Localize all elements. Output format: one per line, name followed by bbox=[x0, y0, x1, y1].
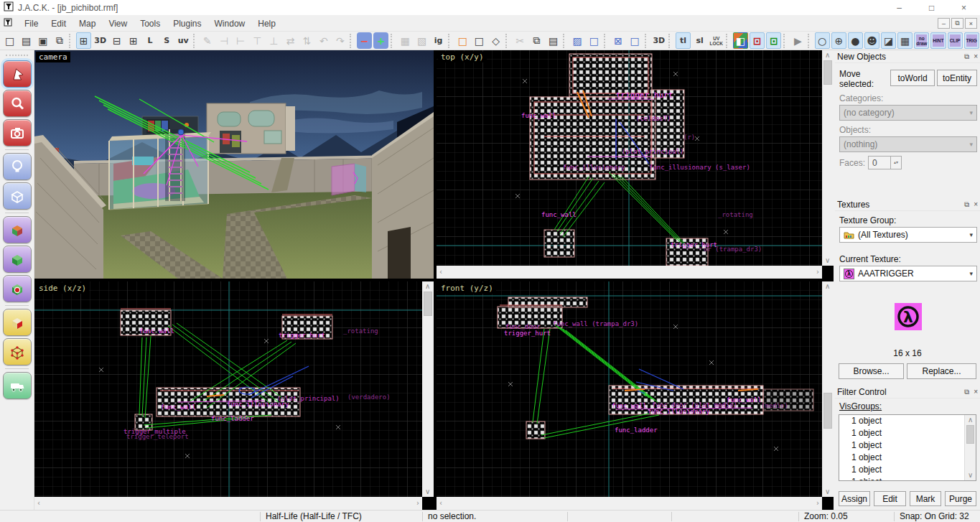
maximize-icon[interactable]: □ bbox=[915, 0, 948, 16]
hollow-icon[interactable]: □ bbox=[455, 32, 470, 49]
float-panel-icon[interactable]: ⧉ bbox=[964, 388, 969, 396]
align-right-icon[interactable]: ⊢ bbox=[233, 32, 248, 49]
edit-button[interactable]: Edit bbox=[874, 491, 906, 506]
top-horizontal-scrollbar[interactable]: ‹ › bbox=[437, 266, 822, 279]
path-tool-button[interactable] bbox=[3, 372, 32, 399]
viewport-side[interactable]: func_wall trigger_hurt _rotating func_wa… bbox=[34, 281, 422, 497]
close-panel-icon[interactable]: × bbox=[974, 388, 978, 396]
viewport-camera[interactable]: camera bbox=[34, 50, 434, 279]
save-window-state-icon[interactable]: S bbox=[159, 32, 174, 49]
current-texture-dropdown[interactable]: λ AAATRIGGER ▾ bbox=[839, 266, 977, 281]
select-box-icon[interactable]: □ bbox=[627, 32, 643, 49]
cordon-edit-icon[interactable]: □ bbox=[587, 32, 602, 49]
apply-current-texture-tool-button[interactable] bbox=[3, 246, 32, 273]
carve-icon[interactable]: ✎ bbox=[200, 32, 215, 49]
purge-button[interactable]: Purge bbox=[945, 491, 976, 506]
mdi-minimize-icon[interactable]: – bbox=[938, 18, 950, 29]
replace-button[interactable]: Replace... bbox=[907, 363, 976, 379]
float-panel-icon[interactable]: ⧉ bbox=[964, 200, 969, 209]
menu-help[interactable]: Help bbox=[251, 17, 282, 31]
solid-cube-icon[interactable]: ◇ bbox=[488, 32, 503, 49]
front-horizontal-scrollbar[interactable]: ‹ › bbox=[437, 497, 822, 510]
show-spheres-icon[interactable]: ○ bbox=[815, 32, 830, 49]
zoom-tool-button[interactable] bbox=[3, 90, 32, 117]
show-trig-icon[interactable]: TRIG bbox=[964, 32, 979, 49]
cut-icon[interactable]: ✂ bbox=[513, 32, 528, 49]
texture-lock-icon[interactable]: tl bbox=[676, 32, 691, 49]
menu-file[interactable]: File bbox=[18, 17, 45, 31]
camera-tool-button[interactable] bbox=[3, 119, 32, 146]
open-file-icon[interactable]: ▤ bbox=[19, 32, 34, 49]
uv-lock-icon[interactable]: UV LOCK bbox=[709, 32, 724, 49]
show-animations-icon[interactable]: ▦ bbox=[897, 32, 913, 49]
close-icon[interactable]: × bbox=[948, 0, 980, 16]
visgroup-item[interactable]: 1 object bbox=[839, 427, 976, 439]
visgroup-item[interactable]: 1 object bbox=[839, 415, 976, 427]
visgroup-item[interactable]: 1 object bbox=[839, 476, 976, 481]
select-group-icon[interactable]: ⊠ bbox=[610, 32, 625, 49]
close-panel-icon[interactable]: × bbox=[974, 52, 978, 61]
pointer-3d-icon[interactable]: 3D bbox=[651, 32, 666, 49]
categories-dropdown[interactable]: (no category) ▾ bbox=[839, 105, 977, 121]
vertex-mode-icon[interactable]: ⊡ bbox=[750, 32, 765, 49]
larger-grid-icon[interactable]: ⊞ bbox=[126, 32, 141, 49]
menu-window[interactable]: Window bbox=[208, 17, 252, 31]
menu-plugins[interactable]: Plugins bbox=[167, 17, 207, 31]
show-sprites-icon[interactable]: ◪ bbox=[881, 32, 896, 49]
face-mode-icon[interactable]: ⊡ bbox=[766, 32, 781, 49]
save-all-icon[interactable]: ⧉ bbox=[52, 32, 67, 49]
visgroup-item[interactable]: 1 object bbox=[839, 452, 976, 464]
spinner-arrows-icon[interactable]: ▴▾ bbox=[891, 156, 902, 169]
selection-tool-button[interactable] bbox=[3, 60, 32, 88]
smaller-grid-icon[interactable]: ⊟ bbox=[109, 32, 124, 49]
visgroups-scrollbar[interactable]: ∧ ∨ bbox=[964, 415, 976, 480]
cordon-icon[interactable]: ▨ bbox=[570, 32, 585, 49]
rotate-ccw-icon[interactable]: ↶ bbox=[316, 32, 331, 49]
side-vertical-scrollbar[interactable]: ∧ ∨ bbox=[422, 281, 434, 497]
grid-3d-icon[interactable]: 3D bbox=[93, 32, 108, 49]
flip-horizontal-icon[interactable]: ⇄ bbox=[283, 32, 298, 49]
show-angles-icon[interactable]: ⊕ bbox=[831, 32, 846, 49]
show-point-entities-icon[interactable]: ● bbox=[848, 32, 863, 49]
uv-grid-icon[interactable]: uv bbox=[176, 32, 191, 49]
carve-subtract-icon[interactable]: − bbox=[357, 32, 372, 49]
to-world-button[interactable]: toWorld bbox=[890, 70, 935, 86]
visgroup-item[interactable]: 1 object bbox=[839, 439, 976, 452]
viewport-front[interactable]: func_door trigger_hurt func_wall (trampa… bbox=[437, 281, 822, 497]
float-panel-icon[interactable]: ⧉ bbox=[964, 52, 969, 61]
visgroup-item[interactable]: 1 object bbox=[839, 464, 976, 476]
apply-decals-tool-button[interactable] bbox=[3, 275, 32, 302]
ungroup-icon[interactable]: ▧ bbox=[414, 32, 429, 49]
mdi-restore-icon[interactable]: ⧉ bbox=[951, 18, 963, 29]
entity-tool-button[interactable] bbox=[3, 153, 32, 180]
merge-icon[interactable]: + bbox=[373, 32, 388, 49]
save-file-icon[interactable]: ▣ bbox=[35, 32, 50, 49]
grid-toggle-icon[interactable]: ⊞ bbox=[76, 32, 91, 49]
menu-map[interactable]: Map bbox=[73, 17, 102, 31]
minimize-icon[interactable]: – bbox=[883, 0, 915, 16]
hollow-inverted-icon[interactable]: □ bbox=[472, 32, 487, 49]
brush-tool-button[interactable] bbox=[3, 182, 32, 210]
faces-spinner[interactable]: 0 ▴▾ bbox=[868, 156, 902, 169]
rotate-cw-icon[interactable]: ↷ bbox=[332, 32, 347, 49]
browse-button[interactable]: Browse... bbox=[839, 363, 904, 379]
load-window-state-icon[interactable]: L bbox=[142, 32, 157, 49]
objects-dropdown[interactable]: (nothing) ▾ bbox=[839, 136, 977, 152]
sprite-lock-icon[interactable]: sl bbox=[692, 32, 707, 49]
visgroups-listbox[interactable]: 1 object 1 object 1 object 1 object 1 ob… bbox=[839, 414, 976, 481]
menu-tools[interactable]: Tools bbox=[134, 17, 167, 31]
side-horizontal-scrollbar[interactable]: ‹ › bbox=[34, 497, 422, 510]
texture-application-tool-button[interactable] bbox=[3, 216, 32, 243]
new-file-icon[interactable]: □ bbox=[2, 32, 17, 49]
align-left-icon[interactable]: ⊣ bbox=[217, 32, 232, 49]
faces-value[interactable]: 0 bbox=[868, 156, 891, 169]
vertex-tool-button[interactable] bbox=[3, 338, 32, 365]
flip-vertical-icon[interactable]: ⇅ bbox=[299, 32, 314, 49]
mdi-close-icon[interactable]: × bbox=[965, 18, 977, 29]
texture-application-icon[interactable]: ◧ bbox=[733, 32, 748, 49]
assign-button[interactable]: Assign bbox=[839, 491, 870, 506]
top-vertical-scrollbar[interactable]: ∧ ∨ bbox=[822, 50, 834, 266]
copy-icon[interactable]: ⧉ bbox=[529, 32, 544, 49]
menu-edit[interactable]: Edit bbox=[45, 17, 73, 31]
menu-view[interactable]: View bbox=[102, 17, 134, 31]
